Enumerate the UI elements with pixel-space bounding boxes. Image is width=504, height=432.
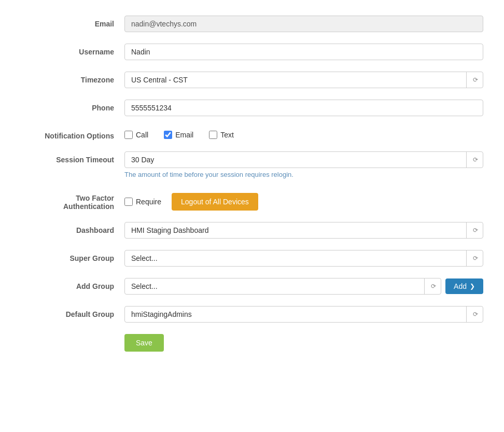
save-button[interactable]: Save	[124, 334, 164, 352]
timezone-label: Timezone	[21, 72, 124, 84]
notification-control-wrap: Call Email Text	[124, 128, 483, 139]
default-group-label: Default Group	[21, 306, 124, 318]
add-group-wrap: Select... ⟳ Add ❯	[124, 278, 483, 295]
default-group-row: Default Group hmiStagingAdmins ⟳	[21, 306, 483, 323]
two-factor-label: Two Factor Authentication	[21, 190, 124, 211]
two-factor-controls-group: Require Logout of All Devices	[124, 190, 483, 211]
phone-row: Phone	[21, 100, 483, 116]
call-checkbox[interactable]	[124, 131, 133, 139]
default-group-control-wrap: hmiStagingAdmins ⟳	[124, 306, 483, 323]
require-label: Require	[136, 198, 161, 206]
add-group-label: Add Group	[21, 278, 124, 290]
call-checkbox-label: Call	[136, 131, 148, 139]
default-group-select-wrap: hmiStagingAdmins ⟳	[124, 306, 483, 323]
email-checkbox[interactable]	[164, 131, 172, 139]
notification-row: Notification Options Call Email Text	[21, 128, 483, 140]
super-group-select-divider	[466, 250, 467, 267]
logout-all-devices-button[interactable]: Logout of All Devices	[172, 193, 258, 211]
session-timeout-select-wrap: 30 Day 1 Day 7 Day 60 Day 90 Day ⟳	[124, 151, 483, 168]
session-timeout-hint: The amount of time before your session r…	[124, 171, 483, 178]
username-input[interactable]	[124, 44, 483, 60]
add-group-button-label: Add	[454, 282, 467, 290]
two-factor-row: Two Factor Authentication Require Logout…	[21, 190, 483, 211]
email-checkbox-item[interactable]: Email	[164, 131, 193, 139]
default-group-select[interactable]: hmiStagingAdmins	[124, 306, 483, 323]
text-checkbox[interactable]	[209, 131, 217, 139]
dashboard-select-divider	[466, 222, 467, 239]
username-label: Username	[21, 44, 124, 56]
add-group-row: Add Group Select... ⟳ Add ❯	[21, 278, 483, 295]
text-checkbox-item[interactable]: Text	[209, 131, 234, 139]
username-row: Username	[21, 44, 483, 60]
email-control-wrap	[124, 16, 483, 32]
email-label: Email	[21, 16, 124, 28]
phone-input[interactable]	[124, 100, 483, 116]
add-group-select-wrap: Select... ⟳	[124, 278, 441, 295]
super-group-control-wrap: Select... ⟳	[124, 250, 483, 267]
session-timeout-select-divider	[466, 151, 467, 168]
super-group-select-wrap: Select... ⟳	[124, 250, 483, 267]
settings-form: Email Username Timezone US Central - CST…	[0, 0, 504, 367]
username-control-wrap	[124, 44, 483, 60]
dashboard-row: Dashboard HMI Staging Dashboard ⟳	[21, 222, 483, 239]
phone-control-wrap	[124, 100, 483, 116]
timezone-select-wrap: US Central - CST US Eastern - EST US Pac…	[124, 72, 483, 88]
chevron-right-icon: ❯	[470, 283, 475, 290]
super-group-row: Super Group Select... ⟳	[21, 250, 483, 267]
dashboard-select-wrap: HMI Staging Dashboard ⟳	[124, 222, 483, 239]
notification-checkbox-group: Call Email Text	[124, 128, 483, 139]
super-group-label: Super Group	[21, 250, 124, 262]
timezone-select[interactable]: US Central - CST US Eastern - EST US Pac…	[124, 72, 483, 88]
require-checkbox-item[interactable]: Require	[124, 198, 161, 206]
super-group-select[interactable]: Select...	[124, 250, 483, 267]
save-row: Save	[124, 334, 483, 352]
email-row: Email	[21, 16, 483, 32]
dashboard-control-wrap: HMI Staging Dashboard ⟳	[124, 222, 483, 239]
add-group-select[interactable]: Select...	[124, 278, 441, 295]
session-timeout-row: Session Timeout 30 Day 1 Day 7 Day 60 Da…	[21, 151, 483, 178]
call-checkbox-item[interactable]: Call	[124, 131, 148, 139]
text-checkbox-label: Text	[220, 131, 234, 139]
dashboard-label: Dashboard	[21, 222, 124, 234]
add-group-select-divider	[424, 278, 425, 295]
add-group-control-wrap: Select... ⟳ Add ❯	[124, 278, 483, 295]
phone-label: Phone	[21, 100, 124, 112]
require-checkbox[interactable]	[124, 198, 133, 206]
email-input[interactable]	[124, 16, 483, 32]
dashboard-select[interactable]: HMI Staging Dashboard	[124, 222, 483, 239]
add-group-button[interactable]: Add ❯	[445, 278, 483, 294]
session-timeout-label: Session Timeout	[21, 151, 124, 164]
default-group-select-divider	[466, 306, 467, 323]
two-factor-control-wrap: Require Logout of All Devices	[124, 190, 483, 211]
session-timeout-select[interactable]: 30 Day 1 Day 7 Day 60 Day 90 Day	[124, 151, 483, 168]
timezone-select-divider	[466, 72, 467, 88]
notification-label: Notification Options	[21, 128, 124, 140]
session-timeout-control-wrap: 30 Day 1 Day 7 Day 60 Day 90 Day ⟳ The a…	[124, 151, 483, 178]
timezone-row: Timezone US Central - CST US Eastern - E…	[21, 72, 483, 88]
timezone-control-wrap: US Central - CST US Eastern - EST US Pac…	[124, 72, 483, 88]
email-checkbox-label: Email	[175, 131, 193, 139]
